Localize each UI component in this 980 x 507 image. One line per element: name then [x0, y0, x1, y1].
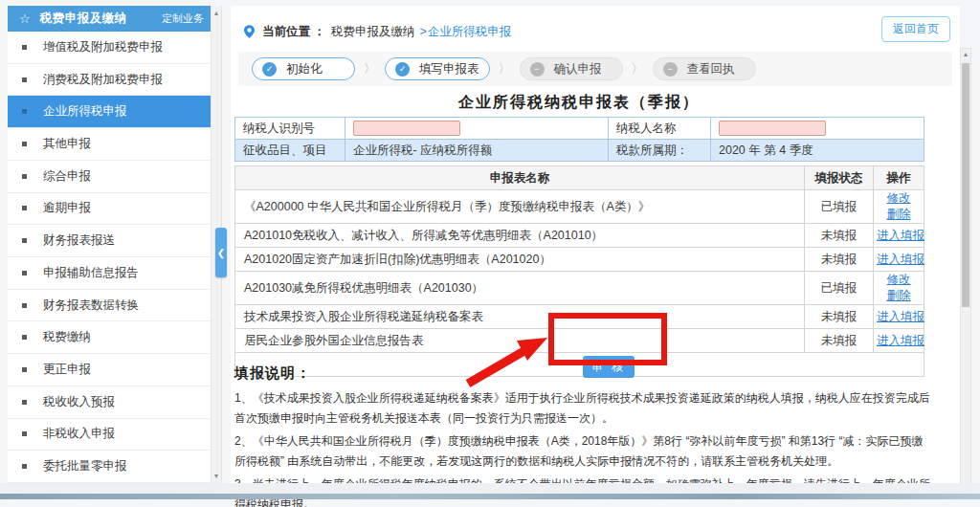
return-home-button[interactable]: 返回首页 — [881, 16, 950, 42]
taxpayer-name-field[interactable] — [719, 121, 826, 136]
action-link[interactable]: 进入填报 — [877, 253, 924, 266]
bullet-icon — [22, 400, 27, 405]
step-1[interactable]: ✓填写申报表 — [385, 57, 490, 80]
sidebar-item-label: 税收收入预报 — [43, 394, 115, 410]
bullet-icon — [22, 77, 27, 82]
sidebar-item-label: 逾期申报 — [43, 200, 91, 216]
action-link[interactable]: 修改 — [887, 273, 911, 286]
sidebar-header: ☆ 税费申报及缴纳 定制业务 — [8, 6, 212, 32]
location-pin-icon — [244, 25, 255, 38]
star-icon: ☆ — [19, 12, 31, 25]
sidebar-item-7[interactable]: 申报辅助信息报告 — [8, 257, 212, 290]
sidebar-item-label: 委托批量零申报 — [43, 458, 127, 474]
bullet-icon — [22, 464, 27, 469]
sidebar-item-2[interactable]: 企业所得税申报 — [8, 96, 212, 128]
sidebar-item-label: 更正申报 — [43, 362, 91, 378]
bullet-icon — [22, 367, 27, 372]
sidebar-item-4[interactable]: 综合申报 — [8, 161, 212, 193]
taxpayer-info-row1: 纳税人识别号 纳税人名称 — [235, 118, 924, 140]
bullet-icon — [22, 238, 27, 243]
sidebar-item-8[interactable]: 财务报表数据转换 — [8, 290, 212, 322]
sidebar-menu: 增值税及附加税费申报消费税及附加税费申报企业所得税申报其他申报综合申报逾期申报财… — [8, 32, 212, 483]
sidebar-item-label: 财务报表报送 — [43, 232, 115, 249]
forms-table-header: 申报表名称 填报状态 操作 — [235, 166, 924, 190]
taxpayer-id-field[interactable] — [353, 121, 460, 136]
taxpayer-info-table: 纳税人识别号 纳税人名称 征收品目、项目 企业所得税- 应纳税所得额 税款所属期… — [234, 117, 924, 162]
sidebar-item-11[interactable]: 税收收入预报 — [8, 386, 212, 419]
custom-business-link[interactable]: 定制业务 — [162, 11, 204, 26]
step-3[interactable]: −查看回执 — [653, 57, 756, 80]
sidebar: ☆ 税费申报及缴纳 定制业务 增值税及附加税费申报消费税及附加税费申报企业所得税… — [8, 6, 222, 483]
tax-period-label: 税款所属期： — [609, 140, 711, 162]
action-link[interactable]: 进入填报 — [877, 334, 924, 347]
action-link[interactable]: 删除 — [887, 289, 911, 302]
step-label: 初始化 — [286, 61, 323, 77]
form-row-2: A201020固定资产加速折旧(扣除)优惠明细表（A201020）未填报进入填报 — [235, 248, 924, 272]
form-name: 技术成果投资入股企业所得税递延纳税备案表 — [235, 305, 805, 329]
note-item-1: 2、《中华人民共和国企业所得税月（季）度预缴纳税申报表（A类，2018年版）》第… — [234, 431, 931, 472]
actions-cell: 进入填报 — [874, 305, 924, 329]
main-panel: 当前位置 ： 税费申报及缴纳 > 企业所得税申报 返回首页 ✓初始化〉✓填写申报… — [231, 6, 960, 489]
main-scrollbar[interactable]: ▲ — [960, 48, 971, 490]
sidebar-item-label: 财务报表数据转换 — [43, 298, 139, 314]
step-done-icon: ✓ — [262, 62, 277, 77]
actions-cell: 修改删除 — [874, 190, 924, 224]
col-actions: 操作 — [874, 166, 924, 190]
breadcrumb-current[interactable]: 企业所得税申报 — [428, 24, 512, 40]
sidebar-item-3[interactable]: 其他申报 — [8, 128, 212, 161]
window-bottom-strip — [0, 483, 980, 494]
action-link[interactable]: 进入填报 — [877, 229, 924, 242]
form-name: 居民企业参股外国企业信息报告表 — [235, 329, 805, 353]
form-row-1: A201010免税收入、减计收入、所得减免等优惠明细表（A201010）未填报进… — [235, 224, 924, 248]
actions-cell: 进入填报 — [874, 224, 924, 248]
sidebar-item-label: 非税收入申报 — [43, 426, 115, 442]
sidebar-title: 税费申报及缴纳 — [40, 11, 162, 27]
sidebar-item-13[interactable]: 委托批量零申报 — [8, 451, 212, 483]
levy-item-label: 征收品目、项目 — [235, 140, 345, 162]
fill-status: 未填报 — [805, 329, 874, 353]
bullet-icon — [22, 109, 27, 114]
bullet-icon — [22, 335, 27, 340]
col-form-name: 申报表名称 — [235, 166, 805, 190]
sidebar-item-1[interactable]: 消费税及附加税费申报 — [8, 64, 212, 97]
scroll-down-icon[interactable]: ▼ — [212, 473, 221, 479]
sidebar-item-6[interactable]: 财务报表报送 — [8, 225, 212, 257]
step-0[interactable]: ✓初始化 — [252, 57, 355, 80]
breadcrumb: 当前位置 ： 税费申报及缴纳 > 企业所得税申报 返回首页 — [244, 19, 950, 44]
taxpayer-id-label: 纳税人识别号 — [235, 118, 345, 140]
sidebar-item-10[interactable]: 更正申报 — [8, 354, 212, 386]
step-done-icon: ✓ — [395, 62, 410, 77]
sidebar-item-label: 申报辅助信息报告 — [43, 265, 139, 281]
progress-steps: ✓初始化〉✓填写申报表〉−确认申报〉−查看回执 — [238, 52, 952, 86]
form-name: A201010免税收入、减计收入、所得减免等优惠明细表（A201010） — [235, 224, 805, 248]
form-row-4: 技术成果投资入股企业所得税递延纳税备案表未填报进入填报 — [235, 305, 924, 329]
actions-cell: 修改删除 — [874, 272, 924, 305]
action-link[interactable]: 进入填报 — [877, 310, 924, 323]
bullet-icon — [22, 142, 27, 146]
step-label: 查看回执 — [687, 61, 735, 77]
sidebar-item-label: 其他申报 — [43, 136, 91, 152]
bullet-icon — [22, 303, 27, 308]
scrollbar-thumb[interactable] — [962, 63, 969, 307]
levy-item-value: 企业所得税- 应纳税所得额 — [345, 140, 609, 162]
sidebar-item-0[interactable]: 增值税及附加税费申报 — [8, 32, 212, 64]
scroll-up-icon[interactable]: ▲ — [961, 51, 970, 57]
scroll-up-icon[interactable]: ▲ — [212, 10, 221, 16]
breadcrumb-parent[interactable]: 税费申报及缴纳 — [331, 24, 415, 40]
fill-status: 已填报 — [805, 190, 874, 224]
fill-status: 未填报 — [805, 248, 874, 272]
fill-status: 未填报 — [805, 224, 874, 248]
sidebar-item-label: 增值税及附加税费申报 — [43, 39, 163, 55]
sidebar-item-label: 综合申报 — [43, 168, 91, 185]
sidebar-item-9[interactable]: 税费缴纳 — [8, 321, 212, 354]
step-2[interactable]: −确认申报 — [520, 57, 623, 80]
sidebar-item-label: 消费税及附加税费申报 — [43, 72, 163, 88]
sidebar-item-5[interactable]: 逾期申报 — [8, 193, 212, 226]
sidebar-collapse-handle[interactable]: ❮ — [215, 228, 227, 277]
breadcrumb-prefix: 当前位置 ： — [262, 24, 325, 40]
action-link[interactable]: 修改 — [887, 191, 911, 205]
sidebar-item-12[interactable]: 非税收入申报 — [8, 419, 212, 452]
declaration-content: 企业所得税纳税申报表（季报） 纳税人识别号 纳税人名称 征收品目、项目 企业所得… — [234, 90, 924, 377]
bullet-icon — [22, 431, 27, 436]
action-link[interactable]: 删除 — [887, 208, 911, 221]
